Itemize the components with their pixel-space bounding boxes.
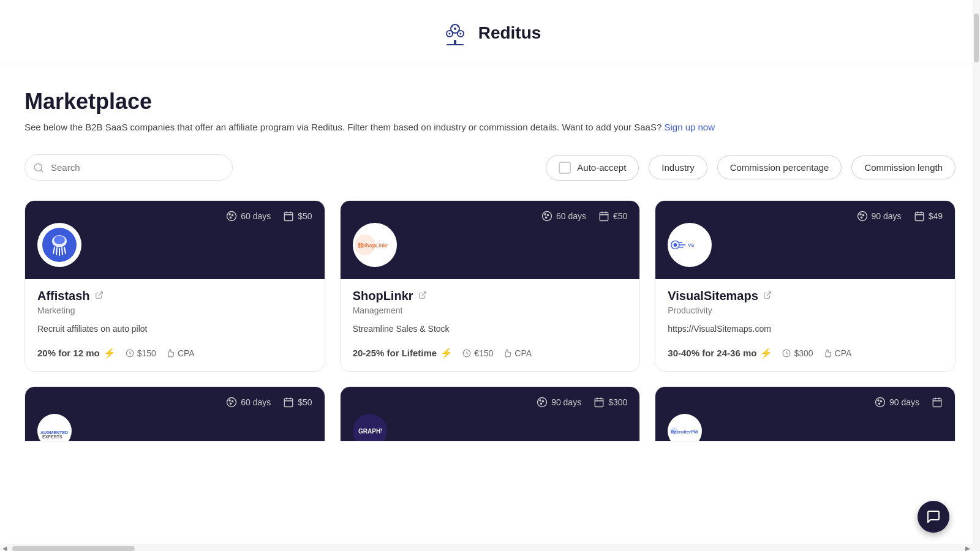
company-category-affistash: Marketing bbox=[37, 305, 312, 315]
svg-rect-65 bbox=[285, 399, 293, 407]
auto-accept-button[interactable]: Auto-accept bbox=[546, 155, 639, 181]
commission-type-vs: CPA bbox=[823, 348, 852, 358]
card-shoplinkr: 60 days €50 ⛓ShopLinkr bbox=[340, 200, 641, 372]
commission-type-affistash: CPA bbox=[166, 348, 195, 358]
amount-meta-affistash: $50 bbox=[283, 211, 312, 222]
svg-point-47 bbox=[861, 217, 862, 218]
chat-icon bbox=[926, 509, 941, 524]
scrollbar[interactable] bbox=[973, 0, 980, 551]
days-value-shoplinkr: 60 days bbox=[556, 211, 586, 221]
cards-grid: 60 days $50 bbox=[24, 200, 956, 372]
card-recruiterpm: 90 days RecruiterPM bbox=[655, 386, 956, 441]
days-meta-shoplinkr: 60 days bbox=[541, 211, 586, 222]
logo-circle-graphy: GRAPHY bbox=[353, 414, 387, 441]
company-name-vs: VisualSitemaps bbox=[668, 289, 758, 303]
commission-value-shoplinkr: 20-25% for Lifetime bbox=[353, 348, 437, 358]
min-payout-shoplinkr: €150 bbox=[462, 348, 493, 358]
scroll-right-arrow[interactable]: ▶ bbox=[965, 545, 970, 551]
company-desc-shoplinkr: Streamline Sales & Stock bbox=[353, 324, 628, 336]
svg-line-11 bbox=[458, 26, 459, 27]
days-meta-graphy: 90 days bbox=[537, 397, 581, 408]
svg-point-63 bbox=[232, 400, 233, 402]
svg-point-33 bbox=[545, 214, 546, 215]
svg-rect-48 bbox=[915, 212, 924, 221]
cookie-icon bbox=[226, 211, 237, 222]
svg-text:⛓ShopLinkr: ⛓ShopLinkr bbox=[357, 242, 388, 249]
card-meta-shoplinkr: 60 days €50 bbox=[353, 211, 628, 222]
header: Reditus bbox=[0, 0, 980, 64]
card-graphy: 90 days $300 GRAPHY bbox=[340, 386, 641, 441]
svg-text:GRAPHY: GRAPHY bbox=[358, 428, 382, 435]
commission-main-shoplinkr: 20-25% for Lifetime ⚡ bbox=[353, 347, 453, 359]
calendar-icon-vs bbox=[914, 211, 925, 222]
chat-button[interactable] bbox=[918, 501, 949, 533]
commission-main-vs: 30-40% for 24-36 mo ⚡ bbox=[668, 347, 772, 359]
visualsitemaps-logo: VS bbox=[669, 234, 710, 256]
svg-line-59 bbox=[767, 292, 771, 296]
filters-row: Auto-accept Industry Commission percenta… bbox=[24, 154, 956, 181]
commission-type-shoplinkr: CPA bbox=[503, 348, 532, 358]
card-header-affistash: 60 days $50 bbox=[25, 201, 325, 279]
logo-circle-ae: AUGMENTED EXPERTS bbox=[37, 414, 72, 441]
reditus-logo-icon bbox=[439, 17, 471, 49]
card-header-rp: 90 days RecruiterPM bbox=[655, 387, 955, 441]
svg-point-32 bbox=[542, 212, 551, 221]
commission-percentage-label: Commission percentage bbox=[730, 162, 829, 173]
external-link-icon-shoplinkr[interactable] bbox=[418, 291, 427, 301]
search-wrap bbox=[24, 154, 233, 181]
svg-point-15 bbox=[229, 214, 230, 215]
external-link-icon-affistash[interactable] bbox=[95, 291, 104, 301]
company-category-shoplinkr: Management bbox=[353, 305, 628, 315]
commission-value-affistash: 20% for 12 mo bbox=[37, 348, 100, 358]
svg-point-6 bbox=[454, 28, 456, 30]
svg-point-62 bbox=[229, 400, 230, 401]
svg-rect-85 bbox=[933, 399, 941, 407]
industry-label: Industry bbox=[662, 162, 694, 173]
commission-length-label: Commission length bbox=[864, 162, 943, 173]
shoplinkr-logo: ⛓ShopLinkr bbox=[355, 234, 395, 256]
subtitle-text: See below the B2B SaaS companies that of… bbox=[24, 122, 662, 132]
svg-point-54 bbox=[674, 243, 677, 247]
search-input[interactable] bbox=[24, 154, 233, 181]
card-header-shoplinkr: 60 days €50 ⛓ShopLinkr bbox=[341, 201, 640, 279]
commission-row-affistash: 20% for 12 mo ⚡ $150 CPA bbox=[37, 347, 312, 359]
days-meta-rp: 90 days bbox=[875, 397, 919, 408]
calendar-icon bbox=[283, 211, 294, 222]
cookie-icon-shoplinkr bbox=[541, 211, 552, 222]
company-desc-affistash: Recruit affiliates on auto pilot bbox=[37, 324, 312, 336]
commission-length-button[interactable]: Commission length bbox=[851, 156, 956, 179]
bottom-scrollbar-thumb[interactable] bbox=[12, 546, 135, 551]
svg-point-44 bbox=[858, 212, 867, 221]
card-meta-rp: 90 days bbox=[668, 397, 943, 408]
svg-point-72 bbox=[538, 398, 547, 407]
commission-value-vs: 30-40% for 24-36 mo bbox=[668, 348, 756, 358]
amount-meta-rp bbox=[932, 397, 943, 408]
auto-accept-label: Auto-accept bbox=[577, 162, 626, 173]
svg-text:EXPERTS: EXPERTS bbox=[42, 435, 62, 439]
scrollbar-thumb[interactable] bbox=[974, 13, 979, 62]
company-category-vs: Productivity bbox=[668, 305, 943, 315]
company-name-row-shoplinkr: ShopLinkr bbox=[353, 289, 628, 303]
signup-link[interactable]: Sign up now bbox=[664, 122, 715, 132]
svg-point-64 bbox=[230, 403, 232, 404]
industry-filter-button[interactable]: Industry bbox=[649, 156, 707, 179]
svg-text:RecruiterPM: RecruiterPM bbox=[671, 429, 698, 435]
external-link-icon-vs[interactable] bbox=[763, 291, 772, 301]
commission-percentage-button[interactable]: Commission percentage bbox=[717, 156, 842, 179]
company-name-affistash: Affistash bbox=[37, 289, 90, 303]
svg-point-7 bbox=[448, 33, 450, 35]
bottom-scrollbar[interactable]: ◀ ▶ bbox=[0, 544, 973, 551]
card-meta-graphy: 90 days $300 bbox=[353, 397, 628, 408]
calendar-icon-shoplinkr bbox=[598, 211, 609, 222]
page-subtitle: See below the B2B SaaS companies that of… bbox=[24, 122, 956, 132]
svg-point-35 bbox=[545, 217, 546, 218]
svg-text:VS: VS bbox=[688, 242, 694, 248]
svg-point-8 bbox=[459, 33, 461, 35]
scroll-left-arrow[interactable]: ◀ bbox=[2, 545, 7, 551]
affistash-logo bbox=[42, 228, 77, 262]
svg-point-83 bbox=[880, 400, 881, 402]
svg-point-84 bbox=[878, 403, 880, 404]
auto-accept-toggle[interactable] bbox=[559, 162, 571, 174]
bolt-icon-vs: ⚡ bbox=[760, 347, 772, 359]
cookie-icon-vs bbox=[857, 211, 868, 222]
